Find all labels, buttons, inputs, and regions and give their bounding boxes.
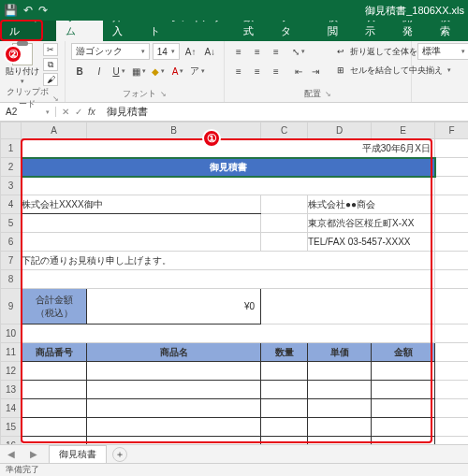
- group-alignment: ≡ ≡ ≡ ≡ ≡ ≡ ⤡ ⇤ ⇥ ↩折り返して全体を表示する ⊞: [225, 41, 412, 102]
- decrease-font-button[interactable]: A↓: [201, 43, 218, 60]
- sheet-tab-bar: ◀ ▶ 御見積書 ＋: [0, 444, 468, 463]
- row-header[interactable]: 2: [1, 158, 22, 177]
- save-icon[interactable]: 💾: [4, 4, 18, 17]
- cell-header-qty[interactable]: 数量: [261, 343, 308, 362]
- row-header[interactable]: 9: [1, 289, 22, 325]
- bold-button[interactable]: B: [71, 63, 88, 79]
- cell-tel[interactable]: TEL/FAX 03-5457-XXXX: [308, 233, 435, 252]
- cell-date[interactable]: 平成30年6月X日: [22, 139, 435, 158]
- ribbon-tabs: ファイル ホーム 挿入 ページレイアウト 数式 データ 校閲 表示 開発 検索: [0, 21, 468, 41]
- formula-bar-row: A2▾ ✕ ✓ fx 御見積書: [0, 103, 468, 122]
- increase-indent-button[interactable]: ⇥: [307, 63, 324, 79]
- align-right-button[interactable]: ≡: [268, 63, 285, 79]
- merge-icon: ⊞: [334, 64, 347, 77]
- col-header[interactable]: A: [22, 123, 87, 139]
- annotation-callout-2: ②: [4, 45, 22, 64]
- redo-icon[interactable]: ↷: [38, 4, 48, 17]
- formula-bar[interactable]: 御見積書: [101, 105, 468, 119]
- align-middle-button[interactable]: ≡: [249, 43, 266, 60]
- cell-title[interactable]: 御見積書: [22, 158, 435, 177]
- sheet-tab[interactable]: 御見積書: [49, 445, 107, 463]
- cell-header-amount[interactable]: 金額: [372, 343, 435, 362]
- ribbon: 貼り付け ▾ ✂ ⧉ 🖌 クリップボード↘ 游ゴシック 14 A↑ A↓ B I…: [0, 41, 468, 103]
- row-header[interactable]: 10: [1, 325, 22, 343]
- font-name-select[interactable]: 游ゴシック: [71, 43, 150, 60]
- row-header[interactable]: 3: [1, 177, 22, 195]
- window-title: 御見積書_1806XX.xls: [365, 4, 464, 18]
- group-font: 游ゴシック 14 A↑ A↓ B I U ▦ ◆ A ア フォント↘: [66, 41, 225, 102]
- col-header[interactable]: E: [372, 123, 435, 139]
- align-left-button[interactable]: ≡: [230, 63, 247, 79]
- increase-font-button[interactable]: A↑: [183, 43, 199, 60]
- row-header[interactable]: 7: [1, 252, 22, 270]
- row-header[interactable]: 15: [1, 418, 22, 437]
- col-header[interactable]: F: [435, 123, 469, 139]
- undo-icon[interactable]: ↶: [23, 4, 33, 17]
- new-sheet-button[interactable]: ＋: [112, 447, 127, 462]
- decrease-indent-button[interactable]: ⇤: [290, 63, 307, 79]
- format-painter-button[interactable]: 🖌: [43, 73, 58, 86]
- row-header[interactable]: 8: [1, 270, 22, 289]
- font-size-select[interactable]: 14: [153, 43, 180, 60]
- quick-access-toolbar: 💾 ↶ ↷: [4, 4, 48, 17]
- group-number: 標準: [412, 41, 464, 102]
- status-bar: 準備完了: [0, 463, 468, 476]
- status-text: 準備完了: [6, 464, 39, 476]
- annotation-callout-1: ①: [202, 129, 221, 148]
- sheet-nav-prev[interactable]: ◀: [0, 449, 22, 459]
- sheet-nav-next[interactable]: ▶: [22, 449, 45, 459]
- row-header[interactable]: 11: [1, 343, 22, 362]
- cell-header-price[interactable]: 単価: [308, 343, 372, 362]
- name-box[interactable]: A2▾: [0, 107, 56, 117]
- cut-button[interactable]: ✂: [43, 43, 58, 56]
- select-all-corner[interactable]: [1, 123, 22, 139]
- row-header[interactable]: 13: [1, 381, 22, 399]
- number-format-select[interactable]: 標準: [417, 43, 468, 60]
- orientation-button[interactable]: ⤡: [290, 43, 307, 60]
- row-header[interactable]: 5: [1, 214, 22, 233]
- border-button[interactable]: ▦: [130, 63, 147, 79]
- dialog-launcher-icon[interactable]: ↘: [52, 94, 59, 103]
- row-header[interactable]: 14: [1, 399, 22, 418]
- cancel-icon[interactable]: ✕: [62, 107, 69, 117]
- align-center-button[interactable]: ≡: [249, 63, 266, 79]
- cell-total-label[interactable]: 合計金額（税込）: [22, 289, 87, 325]
- underline-button[interactable]: U: [110, 63, 127, 79]
- title-bar: 💾 ↶ ↷ 御見積書_1806XX.xls: [0, 0, 468, 21]
- row-header[interactable]: 12: [1, 362, 22, 381]
- cell-header-no[interactable]: 商品番号: [22, 343, 87, 362]
- cell-total-value[interactable]: ¥0: [87, 289, 261, 325]
- enter-icon[interactable]: ✓: [75, 107, 82, 117]
- font-label: フォント: [123, 88, 156, 100]
- row-header[interactable]: 1: [1, 139, 22, 158]
- col-header[interactable]: C: [261, 123, 308, 139]
- italic-button[interactable]: I: [91, 63, 108, 79]
- fill-color-button[interactable]: ◆: [150, 63, 167, 79]
- row-header[interactable]: 6: [1, 233, 22, 252]
- col-header[interactable]: D: [308, 123, 372, 139]
- row-header[interactable]: 4: [1, 195, 22, 214]
- cell-note[interactable]: 下記の通りお見積り申し上げます。: [22, 252, 435, 270]
- align-bottom-button[interactable]: ≡: [268, 43, 285, 60]
- fx-icon[interactable]: fx: [88, 107, 95, 117]
- align-top-button[interactable]: ≡: [230, 43, 247, 60]
- cell-company[interactable]: 株式会社●●商会: [308, 195, 435, 214]
- cell-client[interactable]: 株式会社XXXX御中: [22, 195, 261, 214]
- worksheet-grid[interactable]: A B C D E F 1 平成30年6月X日 2 御見積書 3 4 株式会社X…: [0, 122, 468, 455]
- cell-address[interactable]: 東京都渋谷区桜丘町X-XX: [308, 214, 435, 233]
- cell-header-name[interactable]: 商品名: [87, 343, 261, 362]
- dialog-launcher-icon[interactable]: ↘: [325, 90, 331, 98]
- ruby-button[interactable]: ア: [189, 63, 206, 79]
- copy-button[interactable]: ⧉: [43, 58, 58, 71]
- dialog-launcher-icon[interactable]: ↘: [160, 90, 167, 98]
- alignment-label: 配置: [304, 88, 321, 100]
- col-header[interactable]: B: [87, 123, 261, 139]
- wrap-icon: ↩: [334, 45, 347, 58]
- font-color-button[interactable]: A: [169, 63, 186, 79]
